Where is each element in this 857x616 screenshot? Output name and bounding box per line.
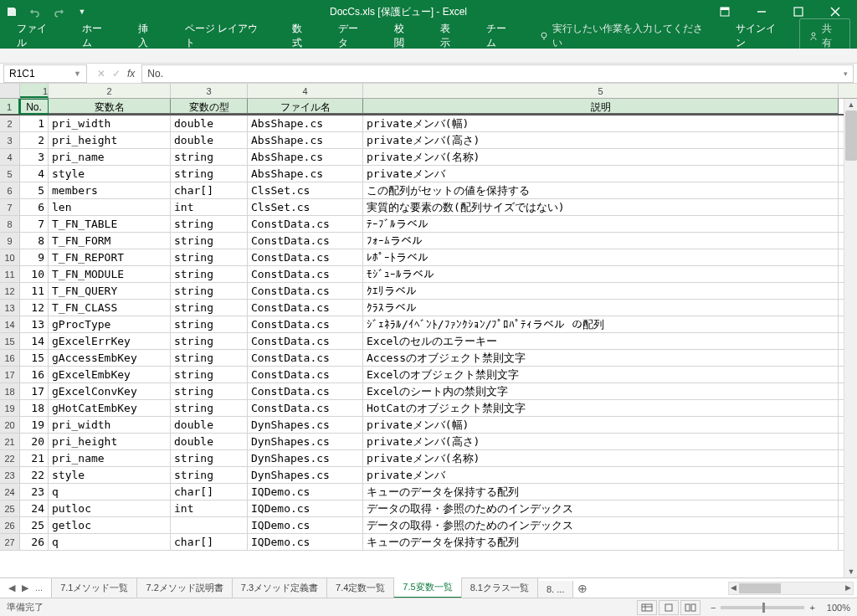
cell[interactable]: 8 [20,233,49,249]
cell[interactable]: gExcelErrKey [49,333,171,349]
table-header-cell[interactable]: 説明 [363,99,839,114]
sheet-tab[interactable]: 7.3メソッド定義書 [232,578,327,598]
cell[interactable]: ｼﾞｪﾈﾗﾙ/ｲﾍﾞﾝﾄ/ﾌｧﾝｸｼｮﾝ/ﾌﾟﾛﾊﾟﾃｨラベル の配列 [363,316,839,332]
cell[interactable]: DynShapes.cs [248,467,363,483]
cell[interactable]: この配列がセットの値を保持する [363,182,839,198]
cell[interactable]: キューのデータを保持する配列 [363,484,839,500]
cell[interactable]: T_FN_TABLE [49,216,171,232]
sheet-overflow-left[interactable]: ... [33,583,44,593]
sheet-nav-next-icon[interactable]: ▶ [20,583,30,593]
expand-formula-icon[interactable]: ▾ [844,69,848,78]
cell[interactable]: ClsSet.cs [248,199,363,215]
row-header[interactable]: 24 [0,484,20,500]
cell[interactable]: Excelのセルのエラーキー [363,333,839,349]
row-header[interactable]: 16 [0,350,20,366]
row-header[interactable]: 18 [0,383,20,399]
cell[interactable]: ﾃｰﾌﾞﾙラベル [363,216,839,232]
row-header[interactable]: 10 [0,249,20,265]
cell[interactable]: q [49,484,171,500]
cell[interactable]: pri_name [49,450,171,466]
cell[interactable]: int [171,199,248,215]
cell[interactable]: string [171,383,248,399]
cell[interactable]: 24 [20,501,49,516]
cell[interactable]: DynShapes.cs [248,417,363,433]
cell[interactable]: pri_height [49,132,171,148]
cell[interactable]: IQDemo.cs [248,534,363,550]
cell[interactable]: style [49,166,171,182]
row-header[interactable]: 19 [0,400,20,416]
row-header[interactable]: 17 [0,367,20,382]
table-header-cell[interactable]: No. [20,99,49,114]
cell[interactable]: string [171,216,248,232]
col-header[interactable]: 2 [49,84,171,98]
cell[interactable]: AbsShape.cs [248,116,363,131]
cell[interactable]: string [171,316,248,332]
scroll-down-icon[interactable]: ▼ [844,566,857,578]
cell[interactable]: 22 [20,467,49,483]
cell[interactable]: ﾚﾎﾟｰﾄラベル [363,249,839,265]
cell[interactable]: ConstData.cs [248,333,363,349]
row-header[interactable]: 23 [0,467,20,483]
undo-icon[interactable] [28,5,42,18]
cell[interactable]: string [171,249,248,265]
cell[interactable]: double [171,434,248,449]
cell[interactable]: ｸｴﾘラベル [363,283,839,299]
cell[interactable]: pri_width [49,417,171,433]
row-header[interactable]: 12 [0,283,20,299]
cell[interactable]: データの取得・参照のためのインデックス [363,501,839,516]
cell[interactable]: int [171,501,248,516]
cell[interactable]: ConstData.cs [248,216,363,232]
row-header[interactable]: 7 [0,199,20,215]
cell[interactable]: 6 [20,199,49,215]
sheet-tab[interactable]: 7.4定数一覧 [326,578,394,598]
cell[interactable]: 25 [20,517,49,533]
cell[interactable]: Excelのオブジェクト禁則文字 [363,367,839,382]
view-normal-icon[interactable] [637,600,657,615]
cell[interactable]: style [49,467,171,483]
cell[interactable]: 4 [20,166,49,182]
cell[interactable]: string [171,333,248,349]
sheet-tab[interactable]: 7.5変数一覧 [393,578,461,598]
cell[interactable]: ConstData.cs [248,316,363,332]
cell[interactable]: ConstData.cs [248,249,363,265]
col-header[interactable]: 4 [248,84,363,98]
cell[interactable]: T_FN_CLASS [49,300,171,316]
tell-me-search[interactable]: 実行したい作業を入力してください [532,22,714,50]
vertical-scrollbar[interactable]: ▲ ▼ [844,99,857,578]
spreadsheet-grid[interactable]: 1 2 3 4 5 1No.変数名変数の型ファイル名説明21pri_widthd… [0,84,857,578]
cell[interactable]: 18 [20,400,49,416]
zoom-slider[interactable] [721,606,804,609]
cell[interactable]: gProcType [49,316,171,332]
col-header[interactable]: 1 [20,84,49,98]
save-icon[interactable] [5,5,18,18]
add-sheet-icon[interactable]: ⊕ [572,580,593,597]
qat-customize-icon[interactable]: ▼ [75,5,89,18]
cell[interactable]: IQDemo.cs [248,484,363,500]
cell[interactable]: double [171,417,248,433]
cell[interactable]: 23 [20,484,49,500]
cell[interactable]: 13 [20,316,49,332]
redo-icon[interactable] [52,5,65,18]
scrollbar-thumb[interactable] [739,583,781,593]
cell[interactable]: IQDemo.cs [248,517,363,533]
row-header[interactable]: 5 [0,166,20,182]
cell[interactable]: Accessのオブジェクト禁則文字 [363,350,839,366]
row-header[interactable]: 27 [0,534,20,550]
cell[interactable]: 19 [20,417,49,433]
row-header[interactable]: 3 [0,132,20,148]
cell[interactable]: 14 [20,333,49,349]
scroll-up-icon[interactable]: ▲ [844,99,857,110]
cell[interactable]: ClsSet.cs [248,182,363,198]
cell[interactable]: privateメンバ(幅) [363,417,839,433]
cell[interactable]: string [171,367,248,382]
table-header-cell[interactable]: 変数名 [49,99,171,114]
zoom-in-icon[interactable]: + [809,603,814,613]
cell[interactable]: DynShapes.cs [248,434,363,449]
row-header[interactable]: 21 [0,434,20,449]
cell[interactable]: q [49,534,171,550]
cell[interactable]: T_FN_MODULE [49,266,171,282]
cell[interactable]: members [49,182,171,198]
cell[interactable]: char[] [171,534,248,550]
sheet-tab[interactable]: 7.2メソッド説明書 [136,578,232,598]
share-button[interactable]: 共有 [799,18,850,54]
